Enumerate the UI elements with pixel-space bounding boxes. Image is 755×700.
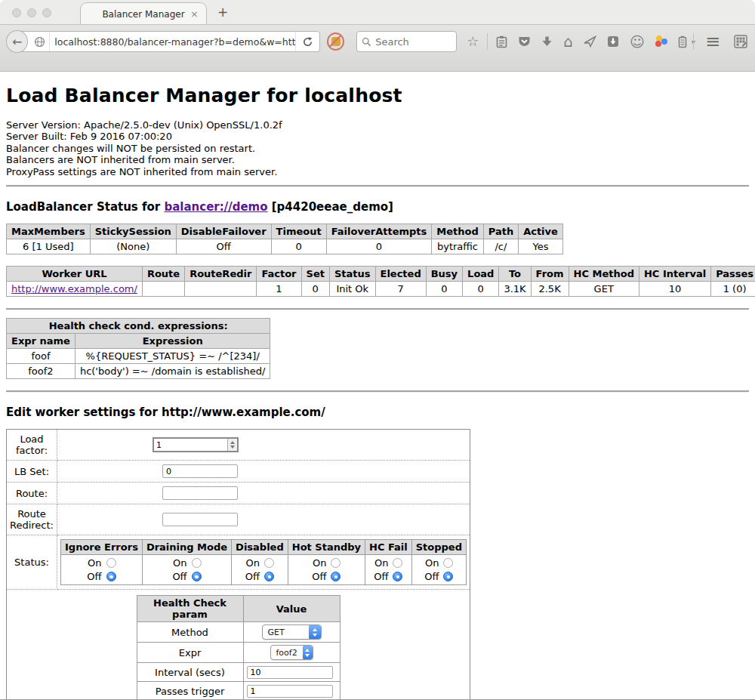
proxypass-note-line: ProxyPass settings are NOT inherited fro… <box>6 166 749 177</box>
search-bar[interactable] <box>356 31 457 52</box>
feedback-smiley-icon[interactable]: ☺ <box>630 34 645 49</box>
number-spinner-icon[interactable] <box>227 439 237 451</box>
reload-button[interactable] <box>295 32 319 51</box>
toolbar-separator <box>487 33 488 50</box>
table-row: foof2 hc('body') =~ /domain is establish… <box>7 364 270 379</box>
tab-balancer-manager[interactable]: Balancer Manager × <box>80 2 207 26</box>
table-row: On Off On Off On Off <box>61 555 467 585</box>
route-field[interactable] <box>162 486 238 500</box>
form-row-status: Status: Ignore Errors Draining Mode Disa… <box>7 535 470 590</box>
stopped-off-radio[interactable] <box>443 572 453 581</box>
reading-list-icon[interactable] <box>496 35 507 48</box>
divider <box>6 185 749 187</box>
colorful-dots-addon-icon[interactable] <box>655 35 667 48</box>
hc-fail-off-radio[interactable] <box>393 572 402 581</box>
balancer-demo-link[interactable]: balancer://demo <box>164 200 267 214</box>
table-row: Method GET <box>137 622 340 643</box>
page-title: Load Balancer Manager for localhost <box>6 72 749 106</box>
traffic-lights <box>12 8 51 17</box>
page-content: Load Balancer Manager for localhost Serv… <box>0 72 755 700</box>
navigation-toolbar: ← localhost:8880/balancer-manager?b=demo… <box>0 25 755 72</box>
health-check-expressions-table: Health check cond. expressions: Expr nam… <box>6 318 270 379</box>
url-text[interactable]: localhost:8880/balancer-manager?b=demo&w… <box>50 36 294 48</box>
home-icon[interactable]: ⌂ <box>563 34 573 49</box>
status-radio-table: Ignore Errors Draining Mode Disabled Hot… <box>60 539 467 585</box>
table-header-row: Expr name Expression <box>7 334 270 349</box>
status-label: Status: <box>7 535 57 590</box>
worker-status-table: Worker URL Route RouteRedir Factor Set S… <box>6 266 755 297</box>
url-bar[interactable]: localhost:8880/balancer-manager?b=demo&w… <box>19 31 319 52</box>
edit-worker-heading: Edit worker settings for http://www.exam… <box>6 406 749 419</box>
draining-mode-off-radio[interactable] <box>192 572 202 581</box>
table-header-row: Ignore Errors Draining Mode Disabled Hot… <box>61 540 467 555</box>
downloads-icon[interactable] <box>541 35 553 48</box>
load-factor-field[interactable]: 1 <box>153 437 239 452</box>
form-row-lb-set: LB Set: <box>7 461 470 483</box>
hc-fail-on-radio[interactable] <box>393 558 402 568</box>
field-label: Load factor: <box>7 430 57 461</box>
worker-url-link[interactable]: http://www.example.com/ <box>11 283 137 294</box>
title-bar: Balancer Manager × + <box>0 0 755 25</box>
stopped-on-radio[interactable] <box>443 558 453 568</box>
bookmark-star-icon[interactable]: ☆ <box>467 34 479 49</box>
toolbar-icons: ☆ ⌂ ☺ ▾ <box>467 33 695 50</box>
table-header-row: Health Check param Value <box>137 596 340 622</box>
table-row: 6 [1 Used] (None) Off 0 0 bytraffic /c/ … <box>7 239 563 254</box>
table-row: http://www.example.com/ 1 0 Init Ok 7 0 … <box>7 282 755 297</box>
minimize-window-button[interactable] <box>27 8 36 17</box>
hc-passes-field[interactable] <box>247 685 333 698</box>
hc-expr-select[interactable]: foof2 <box>270 645 313 660</box>
toolbar-right: ≡ <box>695 33 747 50</box>
addon-download-box-icon[interactable] <box>607 35 619 48</box>
tab-title: Balancer Manager <box>102 9 184 20</box>
pocket-icon[interactable] <box>518 35 531 48</box>
field-label: LB Set: <box>7 461 57 483</box>
toolbar-separator <box>693 33 694 50</box>
ignore-errors-on-radio[interactable] <box>106 558 116 568</box>
grid-addon-icon[interactable] <box>734 35 747 48</box>
container-battery-icon[interactable] <box>678 35 687 48</box>
form-row-health-check: Health Check param Value Method GET <box>7 590 470 700</box>
edit-worker-form: Load factor: 1 LB Set: Route: Route Redi… <box>6 429 470 700</box>
send-tab-icon[interactable] <box>584 35 596 48</box>
hc-interval-field[interactable] <box>247 666 333 679</box>
route-redirect-field[interactable] <box>162 513 238 526</box>
table-caption-row: Health check cond. expressions: <box>7 319 270 334</box>
new-tab-button[interactable]: + <box>217 5 228 20</box>
server-version-line: Server Version: Apache/2.5.0-dev (Unix) … <box>6 119 749 131</box>
table-header-row: MaxMembers StickySession DisableFailover… <box>7 224 563 239</box>
content-blocked-icon[interactable] <box>327 32 344 51</box>
lb-set-field[interactable] <box>162 464 238 478</box>
tab-close-icon[interactable]: × <box>190 9 199 19</box>
hot-standby-on-radio[interactable] <box>331 558 341 568</box>
inherit-note-line: Balancers are NOT inherited from main se… <box>6 154 749 165</box>
form-row-load-factor: Load factor: 1 <box>7 430 470 461</box>
table-row: Expr foof2 <box>137 643 340 663</box>
disabled-on-radio[interactable] <box>264 558 274 568</box>
close-window-button[interactable] <box>12 8 21 17</box>
back-icon: ← <box>12 35 22 49</box>
browser-window: Balancer Manager × + ← localhost:8880/ba… <box>0 0 755 700</box>
persist-note-line: Balancer changes will NOT be persisted o… <box>6 143 749 154</box>
divider <box>6 390 749 393</box>
loadbalancer-status-heading: LoadBalancer Status for balancer://demo … <box>6 200 749 214</box>
site-identity-globe-icon[interactable] <box>30 32 50 51</box>
zoom-window-button[interactable] <box>42 8 51 17</box>
ignore-errors-off-radio[interactable] <box>106 572 116 581</box>
table-row: Interval (secs) <box>137 663 340 682</box>
divider <box>6 308 749 310</box>
hot-standby-off-radio[interactable] <box>331 572 341 581</box>
select-stepper-icon <box>303 645 313 660</box>
server-info: Server Version: Apache/2.5.0-dev (Unix) … <box>6 119 749 177</box>
table-header-row: Worker URL Route RouteRedir Factor Set S… <box>7 267 755 282</box>
menu-icon[interactable]: ≡ <box>705 33 720 50</box>
server-built-line: Server Built: Feb 9 2016 07:00:20 <box>6 131 749 142</box>
draining-mode-on-radio[interactable] <box>192 558 202 568</box>
table-row: Passes trigger <box>137 682 340 700</box>
hc-method-select[interactable]: GET <box>262 624 322 640</box>
table-row: foof %{REQUEST_STATUS} =~ /^[234]/ <box>7 349 270 364</box>
disabled-off-radio[interactable] <box>264 572 274 581</box>
search-input[interactable] <box>375 36 448 48</box>
form-row-route-redirect: Route Redirect: <box>7 504 470 535</box>
field-label: Route: <box>7 483 57 504</box>
